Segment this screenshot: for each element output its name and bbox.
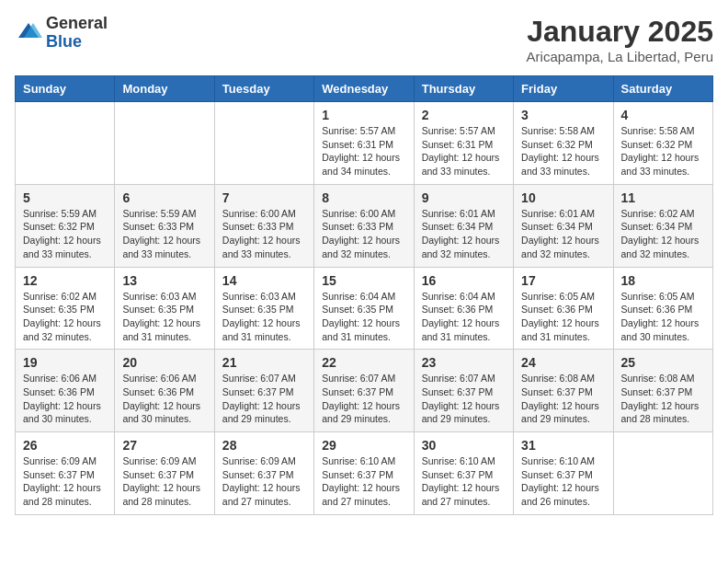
day-number: 17 bbox=[521, 273, 605, 288]
day-number: 10 bbox=[521, 190, 605, 205]
logo-icon bbox=[15, 19, 42, 47]
day-number: 31 bbox=[521, 438, 605, 453]
day-number: 29 bbox=[322, 438, 405, 453]
day-info: Sunrise: 6:03 AM Sunset: 6:35 PM Dayligh… bbox=[122, 290, 206, 344]
day-info: Sunrise: 6:07 AM Sunset: 6:37 PM Dayligh… bbox=[422, 372, 506, 426]
day-info: Sunrise: 5:57 AM Sunset: 6:31 PM Dayligh… bbox=[422, 124, 506, 178]
day-info: Sunrise: 6:05 AM Sunset: 6:36 PM Dayligh… bbox=[621, 290, 705, 344]
calendar-cell: 4Sunrise: 5:58 AM Sunset: 6:32 PM Daylig… bbox=[613, 102, 712, 185]
day-info: Sunrise: 6:00 AM Sunset: 6:33 PM Dayligh… bbox=[222, 207, 306, 261]
day-info: Sunrise: 6:00 AM Sunset: 6:33 PM Dayligh… bbox=[322, 207, 405, 261]
calendar-cell: 2Sunrise: 5:57 AM Sunset: 6:31 PM Daylig… bbox=[414, 102, 513, 185]
day-number: 24 bbox=[521, 355, 605, 370]
calendar-cell: 19Sunrise: 6:06 AM Sunset: 6:36 PM Dayli… bbox=[16, 350, 115, 432]
day-info: Sunrise: 5:58 AM Sunset: 6:32 PM Dayligh… bbox=[521, 124, 605, 178]
weekday-header-monday: Monday bbox=[115, 76, 214, 102]
day-info: Sunrise: 6:09 AM Sunset: 6:37 PM Dayligh… bbox=[122, 454, 206, 509]
day-info: Sunrise: 6:10 AM Sunset: 6:37 PM Dayligh… bbox=[422, 454, 506, 509]
calendar-cell: 22Sunrise: 6:07 AM Sunset: 6:37 PM Dayli… bbox=[314, 350, 414, 432]
day-info: Sunrise: 6:04 AM Sunset: 6:35 PM Dayligh… bbox=[322, 290, 405, 344]
day-info: Sunrise: 5:59 AM Sunset: 6:33 PM Dayligh… bbox=[122, 207, 206, 261]
calendar-cell: 10Sunrise: 6:01 AM Sunset: 6:34 PM Dayli… bbox=[514, 184, 613, 267]
calendar-cell bbox=[613, 432, 712, 515]
day-number: 18 bbox=[621, 273, 705, 288]
day-number: 9 bbox=[422, 190, 506, 205]
logo: General Blue bbox=[15, 15, 108, 52]
calendar-week-row: 26Sunrise: 6:09 AM Sunset: 6:37 PM Dayli… bbox=[16, 432, 713, 515]
day-number: 27 bbox=[122, 438, 206, 453]
day-number: 4 bbox=[621, 108, 705, 122]
day-info: Sunrise: 6:07 AM Sunset: 6:37 PM Dayligh… bbox=[222, 372, 306, 426]
calendar-cell: 5Sunrise: 5:59 AM Sunset: 6:32 PM Daylig… bbox=[16, 184, 115, 267]
calendar-week-row: 12Sunrise: 6:02 AM Sunset: 6:35 PM Dayli… bbox=[16, 267, 713, 350]
day-number: 14 bbox=[222, 273, 306, 288]
day-info: Sunrise: 5:58 AM Sunset: 6:32 PM Dayligh… bbox=[621, 124, 705, 178]
day-info: Sunrise: 6:08 AM Sunset: 6:37 PM Dayligh… bbox=[621, 372, 705, 426]
page-header: General Blue January 2025 Aricapampa, La… bbox=[15, 15, 713, 64]
day-info: Sunrise: 6:01 AM Sunset: 6:34 PM Dayligh… bbox=[422, 207, 506, 261]
calendar-cell: 25Sunrise: 6:08 AM Sunset: 6:37 PM Dayli… bbox=[613, 350, 712, 432]
calendar-cell: 24Sunrise: 6:08 AM Sunset: 6:37 PM Dayli… bbox=[514, 350, 613, 432]
day-number: 12 bbox=[23, 273, 107, 288]
day-number: 8 bbox=[322, 190, 405, 205]
day-info: Sunrise: 6:04 AM Sunset: 6:36 PM Dayligh… bbox=[422, 290, 506, 344]
calendar-cell: 23Sunrise: 6:07 AM Sunset: 6:37 PM Dayli… bbox=[414, 350, 513, 432]
weekday-header-tuesday: Tuesday bbox=[214, 76, 313, 102]
calendar-cell: 14Sunrise: 6:03 AM Sunset: 6:35 PM Dayli… bbox=[214, 267, 313, 350]
calendar-cell: 20Sunrise: 6:06 AM Sunset: 6:36 PM Dayli… bbox=[115, 350, 214, 432]
day-info: Sunrise: 6:08 AM Sunset: 6:37 PM Dayligh… bbox=[521, 372, 605, 426]
calendar-cell: 21Sunrise: 6:07 AM Sunset: 6:37 PM Dayli… bbox=[214, 350, 313, 432]
calendar-week-row: 5Sunrise: 5:59 AM Sunset: 6:32 PM Daylig… bbox=[16, 184, 713, 267]
calendar-cell: 7Sunrise: 6:00 AM Sunset: 6:33 PM Daylig… bbox=[214, 184, 313, 267]
weekday-header-wednesday: Wednesday bbox=[314, 76, 414, 102]
calendar-cell: 13Sunrise: 6:03 AM Sunset: 6:35 PM Dayli… bbox=[115, 267, 214, 350]
day-info: Sunrise: 6:09 AM Sunset: 6:37 PM Dayligh… bbox=[23, 454, 107, 509]
weekday-header-friday: Friday bbox=[514, 76, 613, 102]
calendar-cell: 9Sunrise: 6:01 AM Sunset: 6:34 PM Daylig… bbox=[414, 184, 513, 267]
calendar-cell: 11Sunrise: 6:02 AM Sunset: 6:34 PM Dayli… bbox=[613, 184, 712, 267]
calendar-cell: 16Sunrise: 6:04 AM Sunset: 6:36 PM Dayli… bbox=[414, 267, 513, 350]
calendar-week-row: 1Sunrise: 5:57 AM Sunset: 6:31 PM Daylig… bbox=[16, 102, 713, 185]
month-title: January 2025 bbox=[527, 15, 713, 49]
day-info: Sunrise: 6:09 AM Sunset: 6:37 PM Dayligh… bbox=[222, 454, 306, 509]
calendar-cell: 26Sunrise: 6:09 AM Sunset: 6:37 PM Dayli… bbox=[16, 432, 115, 515]
day-info: Sunrise: 6:06 AM Sunset: 6:36 PM Dayligh… bbox=[122, 372, 206, 426]
calendar-cell: 28Sunrise: 6:09 AM Sunset: 6:37 PM Dayli… bbox=[214, 432, 313, 515]
day-number: 28 bbox=[222, 438, 306, 453]
day-number: 1 bbox=[322, 108, 405, 122]
day-number: 25 bbox=[621, 355, 705, 370]
day-info: Sunrise: 6:03 AM Sunset: 6:35 PM Dayligh… bbox=[222, 290, 306, 344]
calendar-cell bbox=[214, 102, 313, 185]
day-info: Sunrise: 6:06 AM Sunset: 6:36 PM Dayligh… bbox=[23, 372, 107, 426]
calendar-table: SundayMondayTuesdayWednesdayThursdayFrid… bbox=[15, 75, 713, 515]
day-number: 19 bbox=[23, 355, 107, 370]
day-number: 26 bbox=[23, 438, 107, 453]
calendar-cell: 12Sunrise: 6:02 AM Sunset: 6:35 PM Dayli… bbox=[16, 267, 115, 350]
calendar-cell: 15Sunrise: 6:04 AM Sunset: 6:35 PM Dayli… bbox=[314, 267, 414, 350]
weekday-header-saturday: Saturday bbox=[613, 76, 712, 102]
day-number: 16 bbox=[422, 273, 506, 288]
title-block: January 2025 Aricapampa, La Libertad, Pe… bbox=[527, 15, 713, 64]
logo-text: General Blue bbox=[46, 15, 108, 52]
day-info: Sunrise: 6:05 AM Sunset: 6:36 PM Dayligh… bbox=[521, 290, 605, 344]
day-info: Sunrise: 6:02 AM Sunset: 6:34 PM Dayligh… bbox=[621, 207, 705, 261]
day-number: 3 bbox=[521, 108, 605, 122]
location-text: Aricapampa, La Libertad, Peru bbox=[527, 49, 713, 64]
logo-blue-text: Blue bbox=[46, 33, 108, 52]
day-number: 22 bbox=[322, 355, 405, 370]
calendar-cell: 6Sunrise: 5:59 AM Sunset: 6:33 PM Daylig… bbox=[115, 184, 214, 267]
day-number: 7 bbox=[222, 190, 306, 205]
day-info: Sunrise: 6:01 AM Sunset: 6:34 PM Dayligh… bbox=[521, 207, 605, 261]
day-number: 11 bbox=[621, 190, 705, 205]
day-number: 23 bbox=[422, 355, 506, 370]
calendar-cell: 30Sunrise: 6:10 AM Sunset: 6:37 PM Dayli… bbox=[414, 432, 513, 515]
calendar-cell: 31Sunrise: 6:10 AM Sunset: 6:37 PM Dayli… bbox=[514, 432, 613, 515]
day-number: 2 bbox=[422, 108, 506, 122]
day-number: 30 bbox=[422, 438, 506, 453]
calendar-cell: 18Sunrise: 6:05 AM Sunset: 6:36 PM Dayli… bbox=[613, 267, 712, 350]
day-number: 13 bbox=[122, 273, 206, 288]
day-number: 20 bbox=[122, 355, 206, 370]
day-number: 21 bbox=[222, 355, 306, 370]
weekday-header-row: SundayMondayTuesdayWednesdayThursdayFrid… bbox=[16, 76, 713, 102]
calendar-cell: 1Sunrise: 5:57 AM Sunset: 6:31 PM Daylig… bbox=[314, 102, 414, 185]
